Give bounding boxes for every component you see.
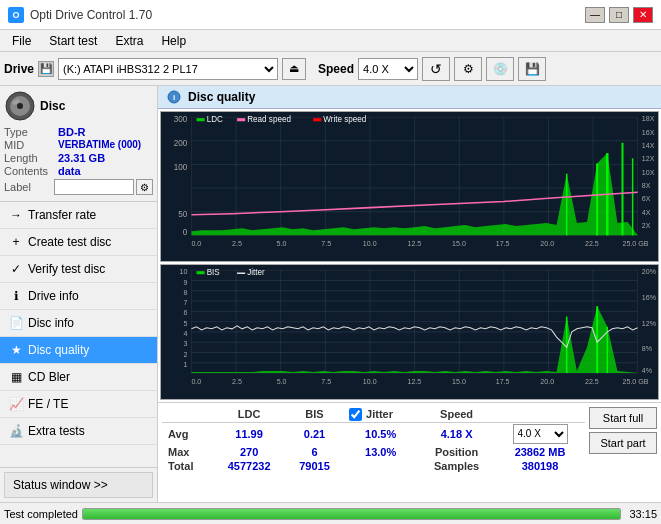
drive-info-icon: ℹ <box>8 288 24 304</box>
menu-extra[interactable]: Extra <box>107 32 151 50</box>
svg-text:16%: 16% <box>642 294 657 302</box>
toolbar: Drive 💾 (K:) ATAPI iHBS312 2 PL17 ⏏ Spee… <box>0 52 661 86</box>
menu-help[interactable]: Help <box>153 32 194 50</box>
status-time: 33:15 <box>629 508 657 520</box>
menubar: File Start test Extra Help <box>0 30 661 52</box>
refresh-button[interactable]: ↺ <box>422 57 450 81</box>
avg-speed: 4.18 X <box>418 422 495 445</box>
start-part-button[interactable]: Start part <box>589 432 657 454</box>
disc-label-button[interactable]: ⚙ <box>136 179 153 195</box>
start-buttons: Start full Start part <box>589 407 657 498</box>
disc-length-field: Length 23.31 GB <box>4 152 153 164</box>
sidebar-item-create-test-disc[interactable]: + Create test disc <box>0 229 157 256</box>
svg-text:4: 4 <box>183 330 187 338</box>
sidebar-nav: → Transfer rate + Create test disc ✓ Ver… <box>0 202 157 445</box>
speed-select-cell: 4.0 X <box>495 422 585 445</box>
eject-button[interactable]: ⏏ <box>282 58 306 80</box>
sidebar-item-label: Transfer rate <box>28 208 96 222</box>
sidebar-item-disc-info[interactable]: 📄 Disc info <box>0 310 157 337</box>
stats-row-total: Total 4577232 79015 Samples 380198 <box>162 459 585 473</box>
max-bis: 6 <box>286 445 343 459</box>
contents-label: Contents <box>4 165 56 177</box>
col-header-ldc: LDC <box>212 407 286 423</box>
disc-label-input[interactable] <box>54 179 134 195</box>
svg-point-2 <box>17 103 23 109</box>
sidebar-item-transfer-rate[interactable]: → Transfer rate <box>0 202 157 229</box>
svg-text:22.5: 22.5 <box>585 240 599 248</box>
speed-select-stats[interactable]: 4.0 X <box>513 424 568 444</box>
sidebar-item-label: Disc quality <box>28 343 89 357</box>
svg-text:Jitter: Jitter <box>247 268 265 277</box>
type-value: BD-R <box>58 126 86 138</box>
stats-table-area: LDC BIS Jitter Speed <box>162 407 585 498</box>
svg-text:2: 2 <box>183 351 187 359</box>
sidebar-item-drive-info[interactable]: ℹ Drive info <box>0 283 157 310</box>
disc-type-field: Type BD-R <box>4 126 153 138</box>
max-jitter: 13.0% <box>343 445 418 459</box>
sidebar-item-label: Verify test disc <box>28 262 105 276</box>
settings-button[interactable]: ⚙ <box>454 57 482 81</box>
col-header-speed-empty <box>495 407 585 423</box>
avg-label: Avg <box>162 422 212 445</box>
status-text: Test completed <box>4 508 78 520</box>
statusbar: Test completed 33:15 <box>0 502 661 524</box>
disc-quality-icon: ★ <box>8 342 24 358</box>
mid-label: MID <box>4 139 56 151</box>
svg-text:17.5: 17.5 <box>496 378 510 386</box>
sidebar-item-extra-tests[interactable]: 🔬 Extra tests <box>0 418 157 445</box>
svg-text:20.0: 20.0 <box>540 378 554 386</box>
titlebar: O Opti Drive Control 1.70 — □ ✕ <box>0 0 661 30</box>
maximize-button[interactable]: □ <box>609 7 629 23</box>
create-disc-icon: + <box>8 234 24 250</box>
stats-panel: LDC BIS Jitter Speed <box>158 402 661 502</box>
svg-text:0.0: 0.0 <box>191 378 201 386</box>
drive-select[interactable]: (K:) ATAPI iHBS312 2 PL17 <box>58 58 278 80</box>
sidebar-item-disc-quality[interactable]: ★ Disc quality <box>0 337 157 364</box>
total-empty <box>343 459 418 473</box>
svg-text:4%: 4% <box>642 367 653 375</box>
svg-text:300: 300 <box>174 115 188 124</box>
svg-text:3: 3 <box>183 340 187 348</box>
titlebar-controls: — □ ✕ <box>585 7 653 23</box>
speed-select-toolbar[interactable]: 4.0 X <box>358 58 418 80</box>
minimize-button[interactable]: — <box>585 7 605 23</box>
sidebar-item-cd-bler[interactable]: ▦ CD Bler <box>0 364 157 391</box>
start-full-button[interactable]: Start full <box>589 407 657 429</box>
jitter-label: Jitter <box>366 408 393 420</box>
save-button[interactable]: 💾 <box>518 57 546 81</box>
svg-text:4X: 4X <box>642 209 651 217</box>
svg-text:Write speed: Write speed <box>323 115 367 124</box>
jitter-checkbox[interactable] <box>349 408 362 421</box>
svg-text:12X: 12X <box>642 155 655 163</box>
svg-text:12.5: 12.5 <box>407 378 421 386</box>
type-label: Type <box>4 126 56 138</box>
col-header-speed: Speed <box>418 407 495 423</box>
sidebar-item-label: FE / TE <box>28 397 68 411</box>
disc-label-label: Label <box>4 181 52 193</box>
svg-text:6X: 6X <box>642 195 651 203</box>
svg-text:100: 100 <box>174 163 188 172</box>
svg-text:50: 50 <box>178 210 187 219</box>
svg-text:5.0: 5.0 <box>277 378 287 386</box>
charts-area: 300 200 100 50 0 18X 16X 14X 12X 10X 8X … <box>158 109 661 402</box>
col-header-jitter-check: Jitter <box>343 407 418 423</box>
menu-start-test[interactable]: Start test <box>41 32 105 50</box>
svg-text:15.0: 15.0 <box>452 378 466 386</box>
disc-section: Disc Type BD-R MID VERBATIMe (000) Lengt… <box>0 86 157 202</box>
verify-disc-icon: ✓ <box>8 261 24 277</box>
avg-jitter: 10.5% <box>343 422 418 445</box>
sidebar-item-fe-te[interactable]: 📈 FE / TE <box>0 391 157 418</box>
svg-text:9: 9 <box>183 279 187 287</box>
status-window-button[interactable]: Status window >> <box>4 472 153 498</box>
close-button[interactable]: ✕ <box>633 7 653 23</box>
svg-text:5.0: 5.0 <box>277 240 287 248</box>
svg-text:18X: 18X <box>642 115 655 123</box>
titlebar-left: O Opti Drive Control 1.70 <box>8 7 152 23</box>
svg-rect-52 <box>197 118 205 121</box>
extra-tests-icon: 🔬 <box>8 423 24 439</box>
disc-contents-field: Contents data <box>4 165 153 177</box>
disc-button[interactable]: 💿 <box>486 57 514 81</box>
sidebar-item-verify-test-disc[interactable]: ✓ Verify test disc <box>0 256 157 283</box>
menu-file[interactable]: File <box>4 32 39 50</box>
sidebar-item-label: Disc info <box>28 316 74 330</box>
